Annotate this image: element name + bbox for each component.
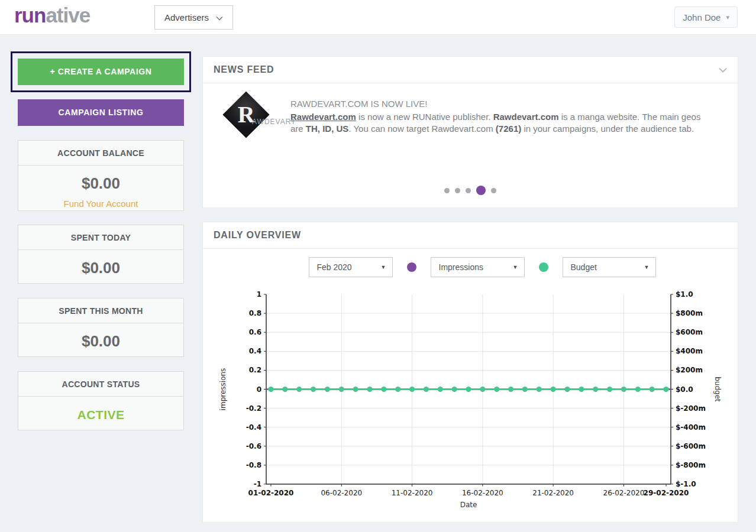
month-select-value: Feb 2020 <box>317 262 352 272</box>
select-arrow-icon: ▼ <box>644 264 650 270</box>
user-menu-dropdown[interactable]: John Doe ▾ <box>674 7 738 28</box>
svg-text:$-800m: $-800m <box>676 461 706 469</box>
news-item: RAWDEVART.COM IS NOW LIVE! Rawdevart.com… <box>290 99 712 135</box>
carousel-dot-3[interactable] <box>466 188 471 193</box>
daily-overview-panel: DAILY OVERVIEW Feb 2020 ▼ Impressions ▼ … <box>202 222 738 523</box>
account-balance-card: ACCOUNT BALANCE $0.00 Fund Your Account <box>18 140 184 211</box>
runative-logo[interactable]: runative <box>14 4 90 27</box>
logo-run: run <box>14 4 46 27</box>
select-arrow-icon: ▼ <box>513 264 518 270</box>
create-campaign-button[interactable]: + CREATE A CAMPAIGN <box>18 59 184 85</box>
svg-text:$-600m: $-600m <box>676 442 706 450</box>
select-arrow-icon: ▼ <box>381 264 386 270</box>
news-link[interactable]: Rawdevart.com <box>290 112 356 122</box>
svg-text:Date: Date <box>460 501 477 509</box>
spent-this-month-value: $0.00 <box>18 332 183 351</box>
svg-text:impressions: impressions <box>219 368 227 411</box>
spent-this-month-title: SPENT THIS MONTH <box>18 299 183 323</box>
spent-this-month-card: SPENT THIS MONTH $0.00 <box>18 298 184 357</box>
svg-text:$800m: $800m <box>676 309 703 317</box>
chart-controls: Feb 2020 ▼ Impressions ▼ Budget ▼ <box>203 257 738 277</box>
news-headline: RAWDEVART.COM IS NOW LIVE! <box>290 99 712 109</box>
news-text-run: Rawdevart.com <box>493 112 559 122</box>
fund-your-account-link[interactable]: Fund Your Account <box>18 199 183 209</box>
right-metric-select[interactable]: Budget ▼ <box>563 257 656 277</box>
carousel-dot-1[interactable] <box>444 188 450 193</box>
svg-text:1: 1 <box>257 290 261 299</box>
svg-text:06-02-2020: 06-02-2020 <box>321 489 362 497</box>
daily-overview-title: DAILY OVERVIEW <box>214 230 301 241</box>
rawdevart-diamond-icon: R <box>222 91 269 138</box>
caret-down-icon: ▾ <box>726 14 729 21</box>
svg-text:-0.2: -0.2 <box>246 404 261 413</box>
svg-text:$1.0: $1.0 <box>676 290 693 299</box>
svg-text:0.4: 0.4 <box>249 347 261 355</box>
logo-ative: ative <box>46 4 90 27</box>
svg-text:$400m: $400m <box>676 347 703 355</box>
collapse-chevron-icon[interactable] <box>719 67 727 73</box>
role-selector-label: Advertisers <box>164 12 209 22</box>
top-bar: runative Advertisers John Doe ▾ <box>0 0 756 35</box>
svg-text:0.8: 0.8 <box>249 309 261 317</box>
account-status-value: ACTIVE <box>18 408 183 422</box>
left-metric-value: Impressions <box>439 262 483 272</box>
create-campaign-highlight-box: + CREATE A CAMPAIGN <box>11 51 191 92</box>
spent-today-card: SPENT TODAY $0.00 <box>18 225 184 284</box>
svg-text:$600m: $600m <box>676 328 703 336</box>
svg-text:16-02-2020: 16-02-2020 <box>462 489 503 497</box>
svg-text:$200m: $200m <box>676 366 703 374</box>
carousel-dot-4[interactable] <box>476 186 486 195</box>
left-metric-select[interactable]: Impressions ▼ <box>431 257 525 277</box>
news-text-run: in your campaigns, under the audience ta… <box>521 124 694 134</box>
budget-legend-dot <box>539 262 548 272</box>
role-selector-dropdown[interactable]: Advertisers <box>154 5 233 30</box>
daily-chart: 1$1.00.8$800m0.6$600m0.4$400m0.2$200m0$0… <box>203 287 739 509</box>
svg-text:$-400m: $-400m <box>676 423 706 432</box>
svg-text:-0.8: -0.8 <box>246 461 261 469</box>
month-select[interactable]: Feb 2020 ▼ <box>309 257 393 277</box>
chevron-down-icon <box>216 12 223 22</box>
news-feed-header: NEWS FEED <box>203 57 738 83</box>
daily-chart-svg: 1$1.00.8$800m0.6$600m0.4$400m0.2$200m0$0… <box>203 287 739 509</box>
impressions-legend-dot <box>407 262 416 272</box>
svg-text:-0.4: -0.4 <box>246 423 261 432</box>
svg-text:-0.6: -0.6 <box>246 442 261 450</box>
news-body: Rawdevart.com is now a new RUNative publ… <box>290 111 712 135</box>
campaign-listing-button[interactable]: CAMPAIGN LISTING <box>18 99 184 126</box>
right-metric-value: Budget <box>571 262 597 272</box>
news-text-run: TH, ID, US <box>306 124 349 134</box>
svg-text:-1: -1 <box>254 480 261 488</box>
svg-text:0.6: 0.6 <box>249 328 261 336</box>
account-status-title: ACCOUNT STATUS <box>18 372 183 397</box>
news-carousel-dots <box>203 184 738 196</box>
carousel-dot-2[interactable] <box>455 188 460 193</box>
svg-text:21-02-2020: 21-02-2020 <box>532 489 574 497</box>
svg-text:0: 0 <box>257 385 261 394</box>
daily-overview-header: DAILY OVERVIEW <box>203 222 738 249</box>
svg-text:26-02-2020: 26-02-2020 <box>603 489 645 497</box>
news-feed-title: NEWS FEED <box>214 64 274 75</box>
svg-text:11-02-2020: 11-02-2020 <box>392 489 433 497</box>
svg-text:budget: budget <box>713 377 722 402</box>
account-status-card: ACCOUNT STATUS ACTIVE <box>18 371 184 430</box>
news-text-run: (7261) <box>496 124 521 134</box>
spent-today-title: SPENT TODAY <box>18 225 183 250</box>
svg-text:29-02-2020: 29-02-2020 <box>644 489 689 497</box>
news-text-run: . You can now target Rawdevart.com <box>348 124 495 134</box>
news-feed-panel: NEWS FEED R AWDEVART RAWDEVART.COM IS NO… <box>202 56 738 208</box>
account-balance-value: $0.00 <box>18 174 183 193</box>
spent-today-value: $0.00 <box>18 259 183 277</box>
account-balance-title: ACCOUNT BALANCE <box>18 141 183 166</box>
user-name-label: John Doe <box>683 12 721 22</box>
svg-text:$-200m: $-200m <box>676 404 706 413</box>
carousel-dot-5[interactable] <box>491 188 496 193</box>
rawdevart-logo-image: R AWDEVART <box>222 96 286 140</box>
rawdevart-wordmark: AWDEVART <box>252 118 296 126</box>
svg-text:0.2: 0.2 <box>249 366 261 374</box>
svg-text:01-02-2020: 01-02-2020 <box>248 489 294 497</box>
svg-text:$0.0: $0.0 <box>676 385 693 394</box>
svg-text:$-1.0: $-1.0 <box>676 480 696 488</box>
news-text-run: is now a new RUNative publisher. <box>356 112 493 122</box>
